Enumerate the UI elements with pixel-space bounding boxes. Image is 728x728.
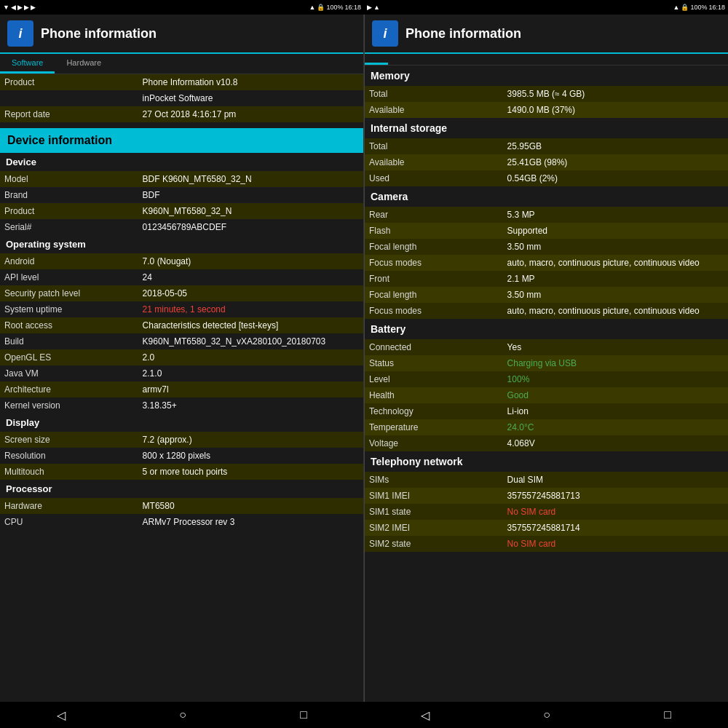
tab-software[interactable]: Software	[0, 54, 55, 74]
row-key: Brand	[0, 187, 138, 203]
os-table: Android 7.0 (Nougat) API level 24 Securi…	[0, 253, 363, 414]
left-signal-icon: ▲	[309, 4, 316, 11]
right-wifi-icon: 🔒	[681, 4, 689, 11]
row-value: 21 minutes, 1 second	[138, 301, 363, 317]
right-notif-icon2: ▲	[373, 4, 380, 11]
row-value: 3985.5 MB (≈ 4 GB)	[503, 86, 728, 102]
row-key: Total	[365, 138, 503, 154]
display-subsection-header: Display	[0, 414, 363, 432]
row-value: Good	[503, 387, 728, 403]
row-value: 357557245881713	[503, 488, 728, 504]
row-key: Focal length	[365, 239, 503, 255]
row-value: BDF K960N_MT6580_32_N	[138, 171, 363, 187]
row-key: Available	[365, 102, 503, 118]
row-value: auto, macro, continuous picture, continu…	[503, 303, 728, 319]
table-row: OpenGL ES 2.0	[0, 349, 363, 365]
memory-table: Total 3985.5 MB (≈ 4 GB) Available 1490.…	[365, 86, 728, 118]
table-row: Level 100%	[365, 371, 728, 387]
row-key: Model	[0, 171, 138, 187]
table-row: Product K960N_MT6580_32_N	[0, 203, 363, 219]
row-value: 357557245881714	[503, 520, 728, 536]
row-value: BDF	[138, 187, 363, 203]
row-key	[0, 90, 138, 106]
row-key: SIM1 state	[365, 504, 503, 520]
row-value: No SIM card	[503, 536, 728, 552]
left-home-button[interactable]: ○	[179, 708, 186, 721]
right-tab-2[interactable]	[388, 54, 411, 65]
row-key: Status	[365, 355, 503, 371]
notif-icon-1: ▼	[3, 4, 9, 11]
row-key: Screen size	[0, 432, 138, 448]
left-recent-button[interactable]: □	[300, 708, 307, 721]
row-value: 0.54GB (2%)	[503, 170, 728, 186]
notif-icon-5: ▶	[31, 4, 36, 11]
row-value: 0123456789ABCDEF	[138, 219, 363, 235]
row-key: Temperature	[365, 419, 503, 435]
row-key: Build	[0, 333, 138, 349]
display-table: Screen size 7.2 (approx.) Resolution 800…	[0, 432, 363, 480]
row-key: Android	[0, 253, 138, 269]
left-back-button[interactable]: ◁	[57, 708, 66, 722]
left-tabs: Software Hardware	[0, 54, 363, 74]
row-value: No SIM card	[503, 504, 728, 520]
left-wifi-icon: 🔒	[317, 4, 325, 11]
row-key: SIMs	[365, 472, 503, 488]
right-back-button[interactable]: ◁	[421, 708, 430, 722]
device-info-banner: Device information	[0, 128, 363, 153]
row-key: Serial#	[0, 219, 138, 235]
right-nav-bar: ◁ ○ □	[364, 702, 728, 728]
row-value: Li-ion	[503, 403, 728, 419]
row-key: Multitouch	[0, 464, 138, 480]
right-recent-button[interactable]: □	[664, 708, 671, 721]
row-key: Available	[365, 154, 503, 170]
table-row: Voltage 4.068V	[365, 435, 728, 451]
camera-table: Rear 5.3 MP Flash Supported Focal length…	[365, 207, 728, 319]
row-value: armv7l	[138, 381, 363, 397]
row-key: Total	[365, 86, 503, 102]
right-notification-icons: ▶ ▲	[367, 4, 380, 11]
camera-section-header: Camera	[365, 186, 728, 207]
right-panel: i Phone information Memory Total 3985.5 …	[365, 15, 728, 702]
row-key: Focal length	[365, 287, 503, 303]
row-key: API level	[0, 269, 138, 285]
table-row: System uptime 21 minutes, 1 second	[0, 301, 363, 317]
table-row: Android 7.0 (Nougat)	[0, 253, 363, 269]
table-row: SIM1 IMEI 357557245881713	[365, 488, 728, 504]
table-row: Hardware MT6580	[0, 498, 363, 514]
right-app-icon-letter: i	[383, 26, 387, 41]
row-key: Architecture	[0, 381, 138, 397]
row-value: 5.3 MP	[503, 207, 728, 223]
main-content: i Phone information Software Hardware Pr…	[0, 15, 728, 702]
table-row: Health Good	[365, 387, 728, 403]
tab-hardware[interactable]: Hardware	[55, 54, 113, 74]
row-key: Connected	[365, 339, 503, 355]
table-row: Front 2.1 MP	[365, 271, 728, 287]
row-value: 3.18.35+	[138, 397, 363, 414]
row-value: Dual SIM	[503, 472, 728, 488]
right-tab-active[interactable]	[365, 54, 388, 65]
memory-section-header: Memory	[365, 66, 728, 86]
row-key: Report date	[0, 106, 138, 122]
row-key: Root access	[0, 317, 138, 333]
row-value: Yes	[503, 339, 728, 355]
device-info-title: Device information	[7, 134, 112, 146]
table-row: Flash Supported	[365, 223, 728, 239]
table-row: Rear 5.3 MP	[365, 207, 728, 223]
row-value: 24	[138, 269, 363, 285]
app-icon-letter: i	[18, 26, 22, 41]
row-value: 25.95GB	[503, 138, 728, 154]
table-row: Status Charging via USB	[365, 355, 728, 371]
battery-table: Connected Yes Status Charging via USB Le…	[365, 339, 728, 451]
notif-icon-3: ▶	[17, 4, 23, 11]
table-row: Report date 27 Oct 2018 4:16:17 pm	[0, 106, 363, 122]
row-value: 3.50 mm	[503, 239, 728, 255]
row-value: 24.0°C	[503, 419, 728, 435]
left-panel: i Phone information Software Hardware Pr…	[0, 15, 364, 702]
right-home-button[interactable]: ○	[543, 708, 550, 721]
row-value: ARMv7 Processor rev 3	[138, 514, 363, 530]
table-row: SIM1 state No SIM card	[365, 504, 728, 520]
processor-subsection-header: Processor	[0, 480, 363, 498]
table-row: Screen size 7.2 (approx.)	[0, 432, 363, 448]
table-row: Total 3985.5 MB (≈ 4 GB)	[365, 86, 728, 102]
right-app-title: Phone information	[405, 26, 521, 41]
